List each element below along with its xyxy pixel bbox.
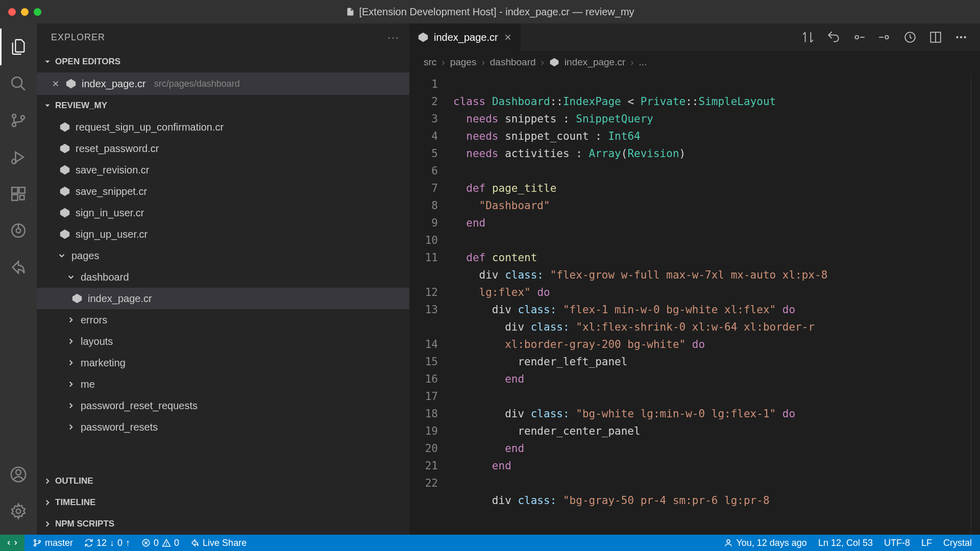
file-item[interactable]: reset_password.cr bbox=[37, 138, 409, 159]
settings-button[interactable] bbox=[0, 493, 37, 530]
language-mode[interactable]: Crystal bbox=[943, 538, 972, 548]
crystal-icon bbox=[59, 186, 70, 197]
explorer-sidebar: EXPLORER ··· OPEN EDITORS index_page.cr … bbox=[37, 23, 409, 535]
svg-point-37 bbox=[956, 36, 958, 38]
svg-marker-40 bbox=[550, 58, 559, 67]
explorer-more-button[interactable]: ··· bbox=[387, 30, 399, 44]
activity-bar bbox=[0, 23, 37, 535]
chevron-right-icon bbox=[43, 498, 52, 507]
file-item[interactable]: sign_in_user.cr bbox=[37, 202, 409, 223]
cursor-position[interactable]: Ln 12, Col 53 bbox=[818, 538, 873, 548]
chevron-right-icon bbox=[66, 315, 76, 324]
svg-point-32 bbox=[885, 36, 889, 39]
crystal-icon bbox=[549, 57, 559, 67]
open-editor-item[interactable]: index_page.cr src/pages/dashboard bbox=[37, 72, 409, 95]
editor-tab[interactable]: index_page.cr bbox=[409, 23, 521, 51]
git-blame[interactable]: You, 12 days ago bbox=[724, 538, 806, 548]
debug-tab[interactable] bbox=[0, 139, 37, 176]
folder-item[interactable]: password_reset_requests bbox=[37, 395, 409, 416]
folder-item-dashboard[interactable]: dashboard bbox=[37, 266, 409, 288]
toggle-changes-icon[interactable] bbox=[903, 31, 917, 44]
git-sync[interactable]: 12↓ 0↑ bbox=[84, 538, 130, 548]
timeline-section[interactable]: TIMELINE bbox=[37, 492, 409, 513]
tabs-bar: index_page.cr bbox=[409, 23, 980, 51]
breadcrumb-item[interactable]: pages bbox=[450, 57, 477, 68]
outline-section[interactable]: OUTLINE bbox=[37, 470, 409, 492]
svg-point-6 bbox=[12, 159, 16, 164]
workspace-section[interactable]: REVIEW_MY bbox=[37, 95, 409, 116]
file-item-active[interactable]: index_page.cr bbox=[37, 288, 409, 309]
code-editor[interactable]: 1234567891011 1213 141516171819202122 cl… bbox=[409, 73, 980, 535]
editor-actions bbox=[801, 31, 980, 44]
crystal-icon bbox=[71, 293, 83, 304]
breadcrumb-item[interactable]: ... bbox=[639, 57, 647, 68]
liveshare-tab[interactable] bbox=[0, 249, 37, 286]
branch-name: master bbox=[45, 538, 73, 548]
encoding[interactable]: UTF-8 bbox=[884, 538, 910, 548]
chevron-down-icon bbox=[43, 101, 52, 110]
explorer-title: EXPLORER bbox=[51, 32, 105, 43]
next-change-icon[interactable] bbox=[878, 31, 891, 44]
close-window-button[interactable] bbox=[8, 8, 16, 16]
breadcrumb-item[interactable]: index_page.cr bbox=[565, 57, 625, 68]
svg-rect-7 bbox=[12, 187, 17, 193]
svg-point-48 bbox=[166, 544, 167, 545]
remote-button[interactable] bbox=[0, 535, 24, 551]
eol[interactable]: LF bbox=[921, 538, 932, 548]
folder-name: pages bbox=[71, 250, 100, 262]
chevron-right-icon bbox=[43, 519, 52, 529]
file-item[interactable]: sign_up_user.cr bbox=[37, 223, 409, 245]
npm-section[interactable]: NPM SCRIPTS bbox=[37, 513, 409, 535]
prev-change-icon[interactable] bbox=[852, 31, 866, 44]
folder-name: dashboard bbox=[81, 271, 129, 283]
breadcrumb-item[interactable]: dashboard bbox=[490, 57, 536, 68]
live-share[interactable]: Live Share bbox=[190, 538, 247, 548]
folder-item[interactable]: marketing bbox=[37, 352, 409, 373]
problems[interactable]: 0 0 bbox=[141, 538, 179, 548]
chevron-down-icon bbox=[43, 57, 52, 66]
breadcrumb-item[interactable]: src bbox=[424, 57, 436, 68]
svg-marker-21 bbox=[60, 144, 69, 153]
file-item[interactable]: save_snippet.cr bbox=[37, 181, 409, 202]
compare-icon[interactable] bbox=[801, 31, 815, 44]
search-icon bbox=[10, 75, 27, 92]
file-item[interactable]: request_sign_up_confirmation.cr bbox=[37, 116, 409, 138]
folder-item-pages[interactable]: pages bbox=[37, 245, 409, 266]
maximize-window-button[interactable] bbox=[34, 8, 41, 16]
code-content[interactable]: class Dashboard::IndexPage < Private::Si… bbox=[453, 73, 971, 535]
folder-item[interactable]: me bbox=[37, 373, 409, 395]
folder-item[interactable]: layouts bbox=[37, 331, 409, 352]
crystal-icon bbox=[418, 32, 429, 43]
file-item[interactable]: save_revision.cr bbox=[37, 159, 409, 181]
extensions-tab[interactable] bbox=[0, 176, 37, 212]
close-icon[interactable] bbox=[503, 33, 512, 42]
folder-name: password_resets bbox=[81, 421, 158, 433]
window-title: [Extension Development Host] - index_pag… bbox=[346, 6, 634, 18]
svg-marker-26 bbox=[72, 294, 82, 303]
git-branch[interactable]: master bbox=[33, 538, 73, 548]
liveshare-icon bbox=[190, 538, 200, 547]
split-editor-icon[interactable] bbox=[929, 31, 942, 44]
revert-icon[interactable] bbox=[827, 31, 840, 44]
file-name: reset_password.cr bbox=[76, 143, 159, 155]
live-share-label: Live Share bbox=[203, 538, 247, 548]
folder-item[interactable]: password_resets bbox=[37, 416, 409, 438]
blame-text: You, 12 days ago bbox=[736, 538, 806, 548]
explorer-tab[interactable] bbox=[0, 29, 37, 65]
close-icon[interactable] bbox=[51, 79, 60, 88]
search-tab[interactable] bbox=[0, 65, 37, 102]
breadcrumbs[interactable]: src› pages› dashboard› index_page.cr› ..… bbox=[409, 51, 980, 73]
chevron-right-icon bbox=[66, 422, 76, 432]
open-editors-section[interactable]: OPEN EDITORS bbox=[37, 51, 409, 72]
chevron-right-icon bbox=[66, 401, 76, 410]
branch-icon bbox=[33, 538, 42, 547]
minimize-window-button[interactable] bbox=[21, 8, 29, 16]
minimap[interactable] bbox=[971, 73, 980, 535]
folder-item[interactable]: errors bbox=[37, 309, 409, 331]
more-icon[interactable] bbox=[954, 31, 968, 44]
file-icon bbox=[346, 7, 355, 16]
status-bar: master 12↓ 0↑ 0 0 Live Share You, 12 day… bbox=[0, 535, 980, 551]
account-button[interactable] bbox=[0, 456, 37, 493]
gitlens-tab[interactable] bbox=[0, 212, 37, 249]
source-control-tab[interactable] bbox=[0, 102, 37, 139]
